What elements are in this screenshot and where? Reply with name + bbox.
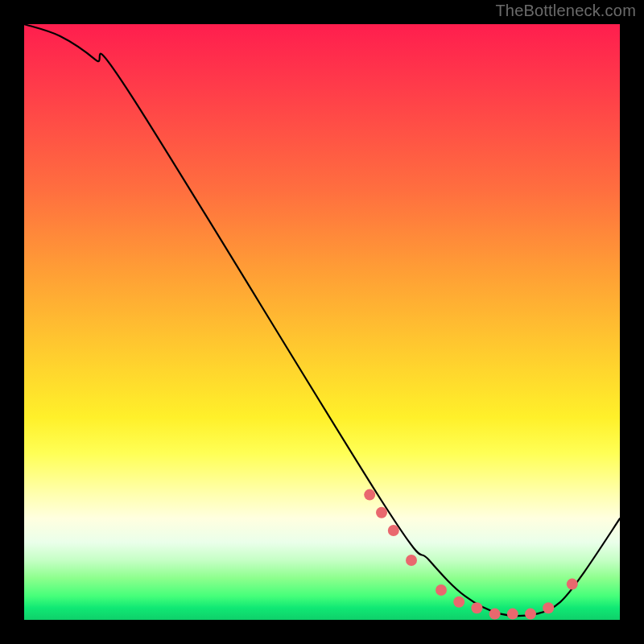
highlight-point bbox=[543, 602, 554, 613]
chart-svg bbox=[24, 24, 620, 620]
highlight-point bbox=[471, 602, 482, 613]
highlight-point bbox=[525, 609, 536, 620]
highlight-point bbox=[453, 597, 464, 608]
bottleneck-curve bbox=[24, 24, 620, 616]
chart-frame: TheBottleneck.com bbox=[0, 0, 644, 644]
highlight-point bbox=[567, 579, 578, 590]
highlight-point bbox=[388, 525, 399, 536]
attribution-label: TheBottleneck.com bbox=[495, 2, 636, 20]
highlight-point bbox=[507, 609, 518, 620]
highlight-point bbox=[489, 609, 501, 620]
plot-area bbox=[24, 24, 620, 620]
highlight-point bbox=[376, 507, 387, 518]
highlight-point bbox=[436, 584, 447, 596]
highlight-point bbox=[364, 489, 375, 501]
highlight-point bbox=[406, 555, 417, 566]
